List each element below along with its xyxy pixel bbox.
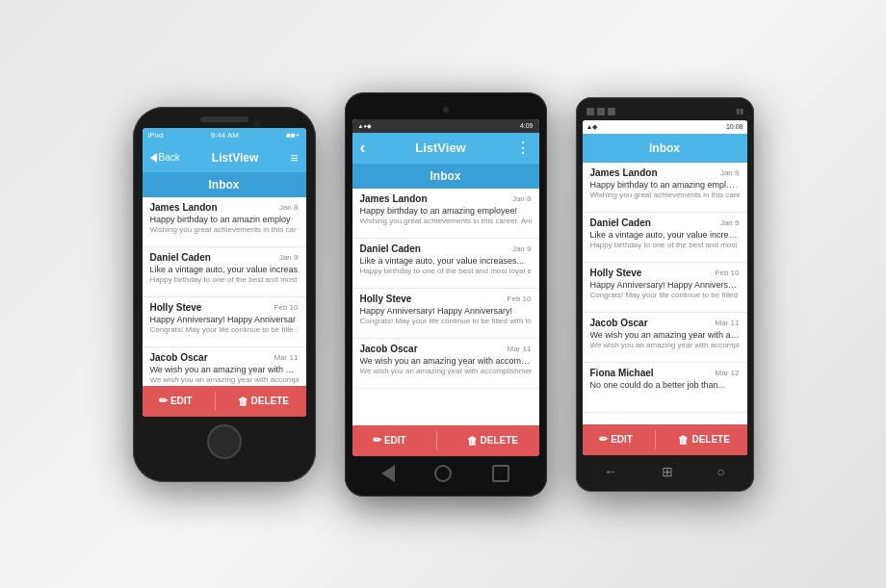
wp-subject-3: We wish you an amazing year with acco <box>590 330 740 340</box>
wp-nav-search[interactable]: ○ <box>717 464 724 479</box>
wp-battery-icon: ▮▮ <box>736 107 743 115</box>
wp-mail-item-1[interactable]: Daniel Caden Jan 9 Like a vintage auto, … <box>583 213 747 263</box>
ios-action-divider <box>215 392 216 411</box>
android-nav-back[interactable] <box>381 465 395 482</box>
wp-date-4: Mar 12 <box>716 369 740 377</box>
wp-mail-header-1: Daniel Caden Jan 9 <box>590 217 740 228</box>
ios-battery: ■■+ <box>286 131 300 140</box>
ios-subject-0: Happy birthday to an amazin employ <box>150 215 299 224</box>
wp-mail-header-3: Jacob Oscar Mar 11 <box>590 318 740 328</box>
ios-preview-0: Wishing you great achievements in this c… <box>150 224 299 235</box>
wp-mail-item-4[interactable]: Fiona Michael Mar 12 No one could do a b… <box>583 363 747 413</box>
ios-star-1[interactable]: ☆ <box>297 274 298 285</box>
wp-subject-0: Happy birthday to an amazing employe <box>590 180 740 190</box>
ios-edit-label: EDIT <box>170 396 193 406</box>
android-edit-button[interactable]: ✏ EDIT <box>373 434 406 447</box>
ios-sender-1: Daniel Caden <box>150 252 211 263</box>
wp-mail-item-0[interactable]: James Landon Jan 8 Happy birthday to an … <box>583 163 747 213</box>
android-edit-label: EDIT <box>384 435 406 446</box>
wp-mail-item-3[interactable]: Jacob Oscar Mar 11 We wish you an amazin… <box>583 313 747 363</box>
ios-menu-icon[interactable]: ≡ <box>290 150 298 166</box>
android-delete-label: DELETE <box>481 435 518 446</box>
ios-date-2: Feb 10 <box>274 303 299 312</box>
wp-action-divider <box>655 430 656 449</box>
android-cam-bar <box>352 102 539 117</box>
wp-sender-3: Jacob Oscar <box>590 318 648 328</box>
ios-delete-button[interactable]: 🗑 DELETE <box>238 396 289 407</box>
wp-mail-item-2[interactable]: Holly Steve Feb 10 Happy Anniversary! Ha… <box>583 263 747 313</box>
android-action-divider <box>436 431 437 450</box>
android-status-bar: ▲●◆ 4:09 <box>352 119 539 133</box>
ios-mail-item-3[interactable]: Jacob Oscar Mar 11 We wish you an amazin… <box>143 347 306 386</box>
android-mail-item-3[interactable]: Jacob Oscar Mar 11 We wish you an amazin… <box>352 339 539 389</box>
android-mail-item-2[interactable]: Holly Steve Feb 10 Happy Anniversary! Ha… <box>352 289 539 339</box>
wp-nav-home[interactable]: ⊞ <box>662 464 673 479</box>
android-menu-icon[interactable]: ⋮ <box>515 139 531 157</box>
ios-preview-1: Happy birthday to one of the best and mo… <box>150 274 299 285</box>
android-delete-button[interactable]: 🗑 DELETE <box>467 435 518 447</box>
ios-device: iPod 9:44 AM ■■+ Back ListView ≡ Inbox <box>133 107 316 482</box>
wp-delete-button[interactable]: 🗑 DELETE <box>678 434 729 446</box>
android-back-button[interactable]: ‹ <box>360 138 366 158</box>
wp-preview-3: We wish you an amazing year with accompl… <box>590 340 740 350</box>
ios-edit-button[interactable]: ✏ EDIT <box>159 395 193 407</box>
wp-date-3: Mar 11 <box>716 319 740 327</box>
ios-speaker <box>200 116 248 122</box>
android-sender-1: Daniel Caden <box>360 243 421 254</box>
wp-date-0: Jan 8 <box>720 168 740 177</box>
android-date-3: Mar 11 <box>508 345 532 353</box>
ios-sender-3: Jacob Oscar <box>150 352 208 363</box>
wp-edit-label: EDIT <box>611 434 633 445</box>
wp-preview-1: Happy birthday to one of the best and mo… <box>590 240 740 250</box>
ios-mail-item-1[interactable]: Daniel Caden Jan 9 Like a vintage auto, … <box>143 247 306 297</box>
android-mail-item-1[interactable]: Daniel Caden Jan 9 Like a vintage auto, … <box>352 239 539 289</box>
wp-sender-0: James Landon <box>590 167 658 178</box>
android-mail-item-0[interactable]: James Landon Jan 8 Happy birthday to an … <box>352 189 539 239</box>
android-subject-1: Like a vintage auto, your value increase… <box>360 256 532 266</box>
wp-device-wrapper: ▮▮ ▲◆ 10:08 Inbox James Landon Jan 8 Hap… <box>576 97 754 492</box>
android-time: 4:09 <box>520 122 534 129</box>
wp-subject-1: Like a vintage auto, your value increase… <box>590 230 740 240</box>
ios-mail-header-3: Jacob Oscar Mar 11 <box>150 352 299 363</box>
android-preview-2: Congrats! May your life continue to be f… <box>360 316 532 326</box>
android-action-bar: ✏ EDIT 🗑 DELETE <box>352 425 539 456</box>
android-inbox-header: Inbox <box>352 164 539 189</box>
ios-camera <box>253 120 261 128</box>
ios-carrier: iPod <box>148 131 164 140</box>
ios-mail-list: James Landon Jan 8 Happy birthday to an … <box>143 197 306 386</box>
ios-mail-header-0: James Landon Jan 8 <box>150 202 299 213</box>
android-mail-header-3: Jacob Oscar Mar 11 <box>360 344 532 354</box>
wp-delete-label: DELETE <box>691 434 729 445</box>
wp-subject-4: No one could do a better job than... <box>590 380 740 390</box>
wp-time: 10:08 <box>726 123 743 130</box>
ios-mail-item-2[interactable]: Holly Steve Feb 10 Happy Anniversary! Ha… <box>143 297 306 347</box>
android-nav-home[interactable] <box>434 465 452 482</box>
ios-back-label: Back <box>159 152 180 163</box>
android-status-icons: ▲●◆ <box>358 122 373 129</box>
ios-home-button[interactable] <box>207 424 242 459</box>
wp-toolbar-title: Inbox <box>649 141 680 155</box>
wp-sender-2: Holly Steve <box>590 268 642 278</box>
ios-toolbar: Back ListView ≡ <box>143 143 306 172</box>
wp-nav-back[interactable]: ← <box>604 464 617 479</box>
android-mail-list: James Landon Jan 8 Happy birthday to an … <box>352 189 539 425</box>
wp-mail-header-4: Fiona Michael Mar 12 <box>590 368 740 378</box>
ios-time: 9:44 AM <box>211 131 239 140</box>
wp-mail-header-2: Holly Steve Feb 10 <box>590 268 740 278</box>
ios-mail-item-0[interactable]: James Landon Jan 8 Happy birthday to an … <box>143 197 306 247</box>
ios-edit-icon: ✏ <box>159 395 168 407</box>
android-preview-3: We wish you an amazing year with accompl… <box>360 366 532 376</box>
ios-star-0[interactable]: ☆ <box>297 224 299 235</box>
ios-action-bar: ✏ EDIT 🗑 DELETE <box>143 386 306 417</box>
android-sender-2: Holly Steve <box>360 294 412 304</box>
wp-nav-bar: ← ⊞ ○ <box>583 459 747 484</box>
wp-signal: ▲◆ <box>586 123 598 131</box>
ios-toolbar-title: ListView <box>212 151 258 165</box>
wp-device: ▮▮ ▲◆ 10:08 Inbox James Landon Jan 8 Hap… <box>576 97 754 492</box>
ios-back-button[interactable]: Back <box>150 152 180 163</box>
ios-star-2[interactable]: ☆ <box>293 324 298 335</box>
wp-subject-2: Happy Anniversary! Happy Anniversary! <box>590 280 740 290</box>
wp-screen: ▲◆ 10:08 Inbox James Landon Jan 8 Happy … <box>583 120 747 455</box>
android-nav-recents[interactable] <box>492 465 509 482</box>
wp-edit-button[interactable]: ✏ EDIT <box>599 433 633 446</box>
